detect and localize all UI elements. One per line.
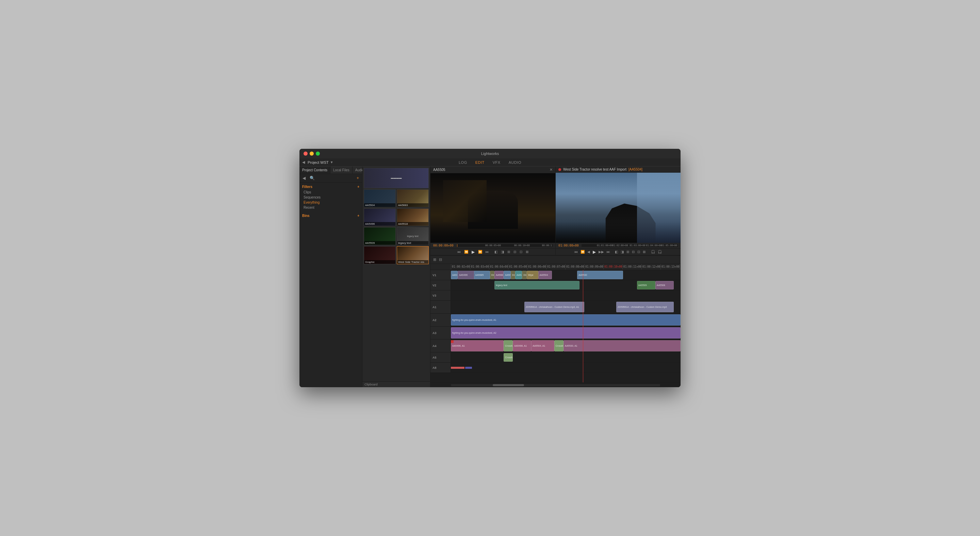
- source-go-end[interactable]: ⏭: [485, 250, 490, 254]
- program-rewind[interactable]: ⏪: [580, 250, 585, 254]
- bins-add[interactable]: +: [357, 214, 360, 218]
- tab-vfx[interactable]: VFX: [493, 160, 501, 164]
- media-thumb-aa5496[interactable]: AA5496: [364, 208, 396, 227]
- clip-aa5683[interactable]: AA5683: [495, 271, 504, 279]
- clip-aa5496-a1[interactable]: AA5496, A1: [451, 340, 504, 351]
- tab-local-files[interactable]: Local Files: [331, 166, 353, 174]
- clip-aa568[interactable]: AA568: [504, 271, 511, 279]
- source-tick-bar[interactable]: 00:00:05+00 00:00:10+00 00:00:1: [456, 244, 553, 247]
- source-out[interactable]: ◨: [500, 250, 504, 254]
- track-label-v1: V1: [430, 270, 451, 280]
- source-rewind[interactable]: ⏪: [463, 250, 469, 254]
- source-edit4[interactable]: ⊠: [525, 250, 529, 254]
- track-content-v2[interactable]: legacy text AA5509 AA5508: [451, 280, 681, 290]
- tab-audio[interactable]: AUDIO: [509, 160, 521, 164]
- close-button[interactable]: [304, 152, 308, 156]
- program-next[interactable]: ▶▶: [598, 250, 605, 254]
- track-content-a8[interactable]: [451, 363, 681, 373]
- track-content-a4[interactable]: AA5496, A1 Crossfade AA5498, A1 AA5504, …: [451, 340, 681, 352]
- media-thumb-legacy[interactable]: legacy text legacy text: [397, 227, 429, 245]
- media-thumb-aa5504[interactable]: AA5504: [364, 189, 396, 207]
- clip-aa5509-v2[interactable]: AA5509: [637, 281, 655, 289]
- program-edit4[interactable]: ⊠: [642, 250, 646, 254]
- media-thumb-aa5683[interactable]: AA5683: [397, 189, 429, 207]
- track-content-a3[interactable]: fighting-for-you-quinn-erwin-musicbed, A…: [451, 327, 681, 339]
- project-dropdown-arrow[interactable]: ▼: [330, 160, 334, 164]
- media-thumb-aa5509[interactable]: AA5509: [364, 227, 396, 245]
- clip-crossfade-a5[interactable]: Crossfade: [504, 353, 513, 362]
- search-button[interactable]: 🔍: [309, 175, 316, 181]
- clip-zd595614-a1-2[interactable]: ZD595614 - chriskalhoon - Custom Demo.mp…: [616, 302, 674, 312]
- title-bar: Lightworks: [299, 149, 681, 158]
- clip-dissolve1[interactable]: Dissolve: [490, 271, 495, 279]
- media-thumb-aa5518[interactable]: AA5518: [397, 208, 429, 227]
- program-timeline-bar: 01:00:00+00 01:01:00+00 01:02:00+00 01:0…: [556, 243, 681, 248]
- timeline-zoom-out[interactable]: ⊟: [439, 257, 442, 262]
- back-nav-button[interactable]: ◀: [301, 175, 307, 181]
- clip-aa5493[interactable]: AA5493: [451, 271, 458, 279]
- source-forward[interactable]: ⏩: [477, 250, 483, 254]
- clip-legacy-text[interactable]: legacy text: [495, 281, 579, 289]
- media-thumb-graphic[interactable]: Graphic: [364, 246, 396, 264]
- program-audio-l[interactable]: 🎧: [650, 250, 656, 254]
- clip-aa5498-a1[interactable]: AA5498, A1: [513, 340, 531, 351]
- program-play[interactable]: ▶: [592, 250, 597, 254]
- clip-zd595614-a1[interactable]: ZD595614 - chriskalhoon - Custom Demo.mp…: [524, 302, 584, 312]
- filter-clips[interactable]: Clips: [302, 190, 360, 195]
- track-content-a1[interactable]: ZD595614 - chriskalhoon - Custom Demo.mp…: [451, 301, 681, 313]
- program-go-start[interactable]: ⏮: [574, 250, 579, 254]
- clip-fighting-a2[interactable]: fighting-for-you-quinn-erwin-musicbed, A…: [451, 327, 681, 338]
- filter-everything[interactable]: Everything: [302, 200, 360, 205]
- clip-aa5530-a1[interactable]: AA5530, A1: [563, 340, 681, 351]
- source-monitor-close[interactable]: ✕: [550, 168, 553, 172]
- program-go-end[interactable]: ⏭: [606, 250, 611, 254]
- source-go-start[interactable]: ⏮: [457, 250, 461, 254]
- clip-fighting-a1[interactable]: fighting-for-you-quinn-erwin-musicbed, A…: [451, 314, 681, 325]
- clip-dissolve3[interactable]: Dissolve: [522, 271, 527, 279]
- filter-recent[interactable]: Recent: [302, 205, 360, 210]
- track-content-v3[interactable]: [451, 290, 681, 300]
- maximize-button[interactable]: [316, 152, 320, 156]
- source-edit2[interactable]: ⊟: [513, 250, 517, 254]
- program-edit1[interactable]: ⊞: [626, 250, 630, 254]
- timeline-zoom-in[interactable]: ⊞: [433, 257, 436, 262]
- clip-aa5508[interactable]: AA5508: [655, 281, 674, 289]
- source-play[interactable]: ▶: [471, 250, 476, 254]
- back-button[interactable]: ◀: [302, 160, 305, 164]
- clip-aa5498[interactable]: AA5498: [515, 271, 522, 279]
- minimize-button[interactable]: [310, 152, 314, 156]
- source-in[interactable]: ◧: [494, 250, 498, 254]
- h-scroll-thumb[interactable]: [493, 384, 524, 386]
- media-thumb-wst[interactable]: West Side Tractor res: [397, 246, 429, 264]
- track-content-a2[interactable]: fighting-for-you-quinn-erwin-musicbed, A…: [451, 314, 681, 326]
- source-edit3[interactable]: ⊡: [519, 250, 523, 254]
- clip-aa5504-a1[interactable]: AA5504, A1: [531, 340, 554, 351]
- clip-crossfad-a4[interactable]: Crossfad: [554, 340, 563, 351]
- program-audio-r[interactable]: 🎧: [657, 250, 662, 254]
- program-prev[interactable]: ◀: [587, 250, 591, 254]
- program-tick-bar[interactable]: 01:01:00+00 01:02:00+00 01:03:00+00 01:0…: [582, 244, 678, 247]
- program-edit2[interactable]: ⊟: [631, 250, 635, 254]
- filter-sequences[interactable]: Sequences: [302, 195, 360, 200]
- program-out[interactable]: ◨: [620, 250, 624, 254]
- tab-project-contents[interactable]: Project Contents: [299, 166, 331, 174]
- clip-aa5530[interactable]: AA5530: [577, 271, 623, 279]
- program-edit3[interactable]: ⊡: [637, 250, 641, 254]
- clip-aa5685[interactable]: AA5685: [474, 271, 490, 279]
- add-media-button[interactable]: +: [356, 175, 360, 181]
- tab-log[interactable]: LOG: [459, 160, 467, 164]
- filters-expand[interactable]: +: [357, 185, 360, 189]
- h-scroll-track[interactable]: [451, 384, 660, 386]
- media-thumb-special[interactable]: ▬▬▬▬: [364, 168, 429, 188]
- track-label-v3: V3: [430, 290, 451, 300]
- clip-dissolve2[interactable]: Dissolve: [511, 271, 515, 279]
- clip-aa5504-v1[interactable]: AA5504: [538, 271, 552, 279]
- project-name[interactable]: Project WST: [308, 160, 329, 164]
- track-content-a5[interactable]: Crossfade: [451, 353, 681, 362]
- program-in[interactable]: ◧: [614, 250, 619, 254]
- clip-crossfade-a4[interactable]: Crossfade: [504, 340, 513, 351]
- source-edit1[interactable]: ⊞: [507, 250, 511, 254]
- tab-edit[interactable]: EDIT: [476, 160, 485, 164]
- clip-wipe[interactable]: Wipe: [527, 271, 538, 279]
- track-content-v1[interactable]: AA5493 AA5496 AA5685 Dissolve AA5683 AA5…: [451, 270, 681, 280]
